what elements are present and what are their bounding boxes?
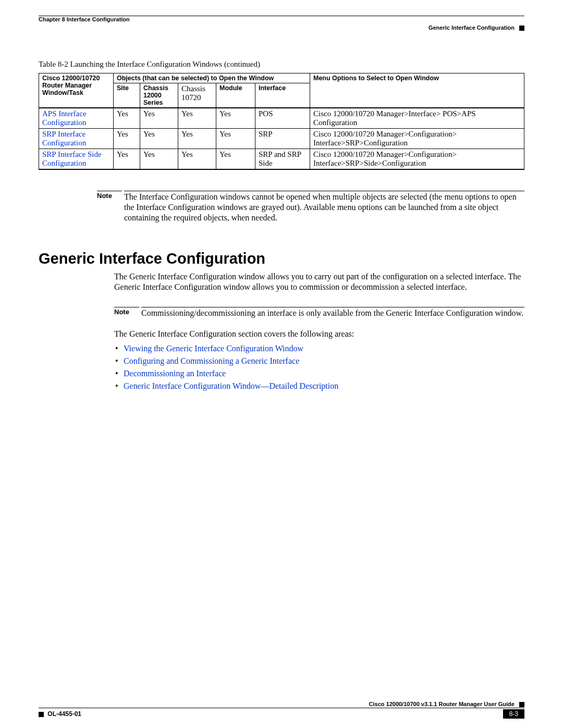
page-number: 8-3 <box>503 709 524 719</box>
list-item: Generic Interface Configuration Window—D… <box>124 380 524 392</box>
note-block: Note Commissioning/decommissioning an in… <box>114 307 524 318</box>
cell: Yes <box>140 149 178 170</box>
cell: Yes <box>216 149 255 170</box>
cell: Yes <box>178 149 216 170</box>
cell: Cisco 12000/10720 Manager>Configuration>… <box>310 129 524 149</box>
th-menu: Menu Options to Select to Open Window <box>310 73 524 108</box>
config-table: Cisco 12000/10720 Router Manager Window/… <box>39 73 524 170</box>
body-paragraph: The Generic Interface Configuration wind… <box>114 272 524 292</box>
cell: Yes <box>216 129 255 149</box>
header-mark-icon <box>519 26 524 31</box>
cell: Yes <box>114 129 140 149</box>
running-head: Chapter 8 Interface Configuration Generi… <box>39 16 524 31</box>
footer-mark-icon <box>39 712 44 717</box>
th-mod: Module <box>216 83 255 108</box>
doc-link[interactable]: Generic Interface Configuration Window—D… <box>124 381 338 390</box>
link-list: Viewing the Generic Interface Configurat… <box>114 342 524 392</box>
list-item: Viewing the Generic Interface Configurat… <box>124 342 524 355</box>
cell: POS <box>255 108 310 129</box>
note-text: The Interface Configuration windows cann… <box>124 191 524 223</box>
section-heading: Generic Interface Configuration <box>39 250 524 267</box>
th-site: Site <box>114 83 140 108</box>
table-caption: Table 8-2 Launching the Interface Config… <box>39 60 524 69</box>
th-intf: Interface <box>255 83 310 108</box>
footer-guide: Cisco 12000/10700 v3.1.1 Router Manager … <box>369 701 515 707</box>
cell: SRP and SRP Side <box>255 149 310 170</box>
cell: Yes <box>178 108 216 129</box>
th-c12: Chassis 12000 Series <box>140 83 178 108</box>
footer-mark-icon <box>519 702 524 707</box>
th-group: Objects (that can be selected) to Open t… <box>114 73 310 83</box>
note-text: Commissioning/decommissioning an interfa… <box>141 307 524 318</box>
task-link[interactable]: APS Interface Configuration <box>42 109 87 127</box>
th-task: Cisco 12000/10720 Router Manager Window/… <box>39 73 114 108</box>
page-footer: Cisco 12000/10700 v3.1.1 Router Manager … <box>39 701 524 719</box>
body-paragraph: The Generic Interface Configuration sect… <box>114 329 524 339</box>
table-row: SRP Interface Configuration Yes Yes Yes … <box>39 129 524 149</box>
task-link[interactable]: SRP Interface Side Configuration <box>42 150 102 167</box>
doc-link[interactable]: Viewing the Generic Interface Configurat… <box>124 344 303 353</box>
doc-link[interactable]: Configuring and Commissioning a Generic … <box>124 356 299 365</box>
cell: Yes <box>114 149 140 170</box>
note-label: Note <box>114 307 139 316</box>
cell: Yes <box>114 108 140 129</box>
list-item: Configuring and Commissioning a Generic … <box>124 355 524 367</box>
cell: Yes <box>140 108 178 129</box>
task-link[interactable]: SRP Interface Configuration <box>42 130 86 147</box>
list-item: Decommissioning an Interface <box>124 367 524 380</box>
doc-link[interactable]: Decommissioning an Interface <box>124 369 226 378</box>
footer-docid: OL-4455-01 <box>47 710 81 718</box>
cell: Cisco 12000/10720 Manager>Interface> POS… <box>310 108 524 129</box>
cell: Yes <box>178 129 216 149</box>
note-block: Note The Interface Configuration windows… <box>97 191 524 223</box>
th-c107: Chassis 10720 <box>178 83 216 108</box>
running-head-sub: Generic Interface Configuration <box>429 24 515 31</box>
table-row: APS Interface Configuration Yes Yes Yes … <box>39 108 524 129</box>
chapter-label: Chapter 8 Interface Configuration <box>39 16 130 22</box>
cell: Cisco 12000/10720 Manager>Configuration>… <box>310 149 524 170</box>
cell: Yes <box>216 108 255 129</box>
note-label: Note <box>97 191 122 200</box>
cell: Yes <box>140 129 178 149</box>
cell: SRP <box>255 129 310 149</box>
table-row: SRP Interface Side Configuration Yes Yes… <box>39 149 524 170</box>
